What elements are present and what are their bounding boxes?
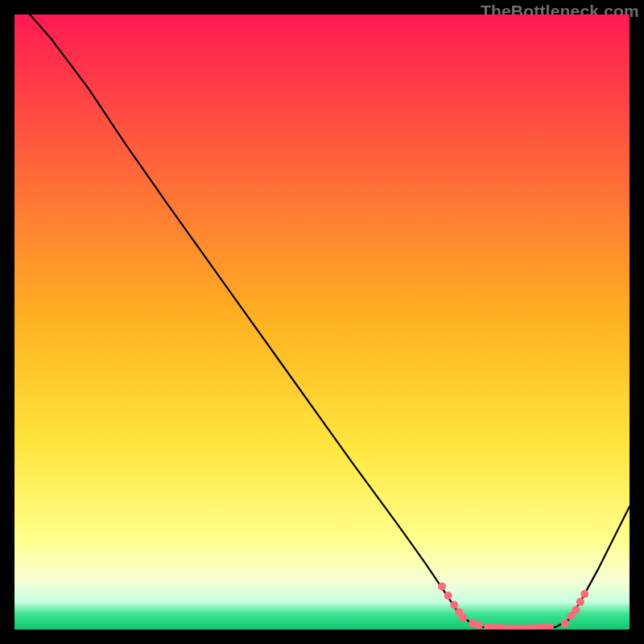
curve-marker (444, 592, 452, 600)
curve-marker (580, 590, 588, 598)
curve-marker (438, 583, 446, 591)
curve-marker (460, 613, 468, 621)
chart-background (14, 14, 630, 630)
curve-marker (561, 619, 569, 627)
curve-marker (450, 601, 458, 609)
chart-frame: TheBottleneck.com (0, 0, 644, 644)
curve-marker (576, 598, 584, 606)
bottleneck-chart (14, 14, 630, 630)
curve-marker (572, 606, 580, 614)
curve-marker (475, 621, 483, 630)
